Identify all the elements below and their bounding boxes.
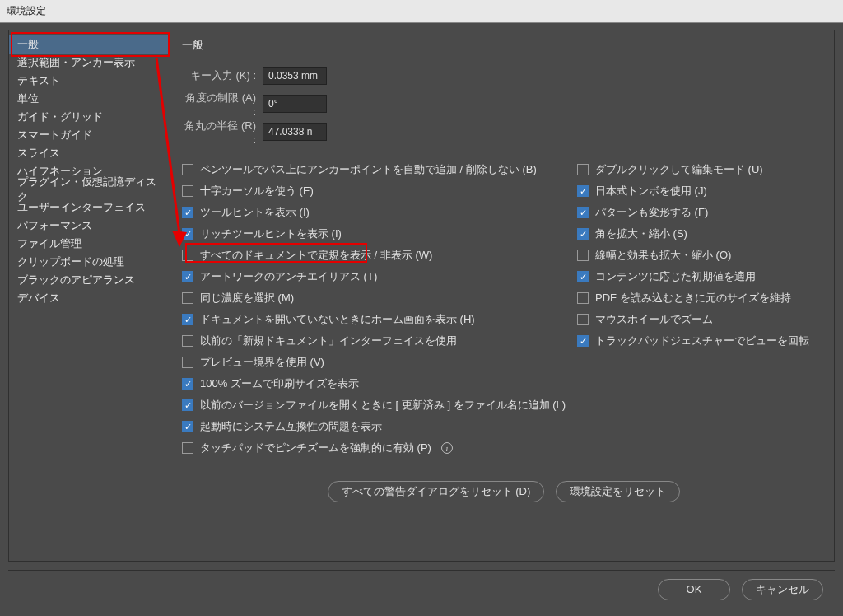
checkbox-label: 同じ濃度を選択 (M): [200, 291, 294, 306]
checkbox-label: リッチツールヒントを表示 (I): [200, 226, 342, 241]
content-area: 一般選択範囲・アンカー表示テキスト単位ガイド・グリッドスマートガイドスライスハイ…: [8, 30, 835, 562]
checkbox-label: ドキュメントを開いていないときにホーム画面を表示 (H): [200, 312, 475, 327]
sidebar-item[interactable]: プラグイン・仮想記憶ディスク: [9, 180, 169, 198]
sidebar-item[interactable]: デバイス: [9, 289, 169, 307]
sidebar-item-label: スマートガイド: [17, 128, 92, 142]
angle-input[interactable]: [263, 95, 327, 113]
checkbox-label: ツールヒントを表示 (I): [200, 205, 310, 220]
checkbox-row[interactable]: リッチツールヒントを表示 (I): [182, 223, 577, 245]
checkbox-label: 起動時にシステム互換性の問題を表示: [200, 419, 382, 434]
checkbox-icon[interactable]: [182, 207, 193, 218]
checkbox-label: コンテンツに応じた初期値を適用: [595, 269, 756, 284]
checkbox-row[interactable]: ダブルクリックして編集モード (U): [577, 159, 826, 180]
checkbox-label: アートワークのアンチエイリアス (T): [200, 269, 377, 284]
checkbox-label: PDF を読み込むときに元のサイズを維持: [595, 291, 791, 306]
checkbox-icon[interactable]: [182, 421, 193, 432]
checkbox-row[interactable]: 線幅と効果も拡大・縮小 (O): [577, 245, 826, 266]
checkbox-row[interactable]: 同じ濃度を選択 (M): [182, 287, 577, 309]
sidebar-item[interactable]: ファイル管理: [9, 235, 169, 253]
reset-prefs-button[interactable]: 環境設定をリセット: [556, 481, 680, 502]
sidebar-item[interactable]: 一般: [9, 35, 169, 54]
key-input[interactable]: [263, 67, 327, 85]
sidebar-item-label: デバイス: [17, 291, 60, 306]
sidebar-item[interactable]: 選択範囲・アンカー表示: [9, 54, 169, 72]
checkbox-icon[interactable]: [577, 164, 589, 175]
sidebar-item-label: 単位: [17, 91, 39, 106]
checkbox-icon[interactable]: [182, 250, 193, 261]
sidebar-item-label: クリップボードの処理: [17, 254, 124, 269]
checkbox-row[interactable]: すべてのドキュメントで定規を表示 / 非表示 (W): [182, 245, 577, 266]
checkbox-row[interactable]: 起動時にシステム互換性の問題を表示: [182, 416, 577, 437]
checkbox-row[interactable]: アートワークのアンチエイリアス (T): [182, 266, 577, 287]
checkbox-label: すべてのドキュメントで定規を表示 / 非表示 (W): [200, 248, 432, 263]
ok-button[interactable]: OK: [658, 579, 730, 600]
checkbox-icon[interactable]: [182, 399, 193, 411]
checkbox-grid: ペンツールでパス上にアンカーポイントを自動で追加 / 削除しない (B)十字カー…: [182, 159, 826, 459]
checkbox-icon[interactable]: [182, 271, 193, 282]
info-icon[interactable]: i: [441, 442, 453, 454]
checkbox-label: パターンも変形する (F): [595, 205, 708, 220]
checkbox-label: プレビュー境界を使用 (V): [200, 355, 324, 370]
field-label: 角丸の半径 (R) :: [182, 119, 256, 146]
field-angle: 角度の制限 (A) :: [182, 90, 826, 118]
checkbox-icon[interactable]: [182, 357, 193, 368]
panel-title: 一般: [182, 35, 826, 55]
checkbox-icon[interactable]: [577, 335, 589, 347]
sidebar-item[interactable]: ブラックのアピアランス: [9, 271, 169, 289]
checkbox-icon[interactable]: [182, 292, 193, 304]
checkbox-icon[interactable]: [182, 442, 193, 454]
checkbox-label: ペンツールでパス上にアンカーポイントを自動で追加 / 削除しない (B): [200, 162, 537, 177]
sidebar-item[interactable]: スマートガイド: [9, 126, 169, 144]
sidebar-item[interactable]: スライス: [9, 144, 169, 162]
checkbox-label: 角を拡大・縮小 (S): [595, 226, 687, 241]
corner-radius-input[interactable]: [263, 123, 327, 141]
checkbox-row[interactable]: パターンも変形する (F): [577, 202, 826, 223]
checkbox-row[interactable]: マウスホイールでズーム: [577, 309, 826, 330]
checkbox-row[interactable]: 十字カーソルを使う (E): [182, 180, 577, 202]
checkbox-row[interactable]: ペンツールでパス上にアンカーポイントを自動で追加 / 削除しない (B): [182, 159, 577, 180]
sidebar-item-label: テキスト: [17, 73, 60, 88]
sidebar-item[interactable]: ユーザーインターフェイス: [9, 198, 169, 217]
checkbox-row[interactable]: 100% ズームで印刷サイズを表示: [182, 373, 577, 394]
checkbox-icon[interactable]: [577, 292, 589, 304]
checkbox-icon[interactable]: [182, 164, 193, 175]
sidebar-item[interactable]: 単位: [9, 90, 169, 108]
checkbox-row[interactable]: 以前の「新規ドキュメント」インターフェイスを使用: [182, 330, 577, 352]
sidebar-item-label: 一般: [17, 37, 39, 52]
checkbox-icon[interactable]: [182, 314, 193, 325]
checkbox-row[interactable]: プレビュー境界を使用 (V): [182, 352, 577, 373]
checkbox-row[interactable]: ドキュメントを開いていないときにホーム画面を表示 (H): [182, 309, 577, 330]
field-corner-radius: 角丸の半径 (R) :: [182, 118, 826, 146]
panel-separator: [182, 469, 826, 469]
sidebar-item[interactable]: テキスト: [9, 72, 169, 90]
cancel-button[interactable]: キャンセル: [742, 579, 823, 600]
checkbox-row[interactable]: ツールヒントを表示 (I): [182, 202, 577, 223]
checkbox-icon[interactable]: [577, 185, 589, 197]
sidebar-item-label: 選択範囲・アンカー表示: [17, 55, 135, 70]
sidebar-item[interactable]: ガイド・グリッド: [9, 108, 169, 126]
checkbox-label: タッチパッドでピンチズームを強制的に有効 (P): [200, 441, 431, 455]
checkbox-row[interactable]: 以前のバージョンファイルを開くときに [ 更新済み ] をファイル名に追加 (L…: [182, 394, 577, 416]
preferences-dialog: 環境設定 一般選択範囲・アンカー表示テキスト単位ガイド・グリッドスマートガイドス…: [0, 0, 843, 616]
footer: OK キャンセル: [8, 570, 835, 608]
checkbox-icon[interactable]: [577, 271, 589, 282]
checkbox-icon[interactable]: [577, 250, 589, 261]
checkbox-row[interactable]: 日本式トンボを使用 (J): [577, 180, 826, 202]
checkbox-row[interactable]: タッチパッドでピンチズームを強制的に有効 (P)i: [182, 437, 577, 459]
sidebar-item-label: ブラックのアピアランス: [17, 273, 135, 287]
checkbox-row[interactable]: コンテンツに応じた初期値を適用: [577, 266, 826, 287]
checkbox-icon[interactable]: [182, 185, 193, 197]
checkbox-icon[interactable]: [182, 335, 193, 347]
checkbox-icon[interactable]: [182, 378, 193, 390]
checkbox-label: 100% ズームで印刷サイズを表示: [200, 376, 359, 391]
sidebar-item[interactable]: クリップボードの処理: [9, 253, 169, 271]
checkbox-icon[interactable]: [577, 207, 589, 218]
checkbox-row[interactable]: PDF を読み込むときに元のサイズを維持: [577, 287, 826, 309]
reset-warnings-button[interactable]: すべての警告ダイアログをリセット (D): [328, 481, 545, 502]
checkbox-icon[interactable]: [577, 228, 589, 240]
checkbox-row[interactable]: トラックパッドジェスチャーでビューを回転: [577, 330, 826, 352]
checkbox-icon[interactable]: [577, 314, 589, 325]
sidebar-item[interactable]: パフォーマンス: [9, 217, 169, 235]
checkbox-row[interactable]: 角を拡大・縮小 (S): [577, 223, 826, 245]
checkbox-icon[interactable]: [182, 228, 193, 240]
